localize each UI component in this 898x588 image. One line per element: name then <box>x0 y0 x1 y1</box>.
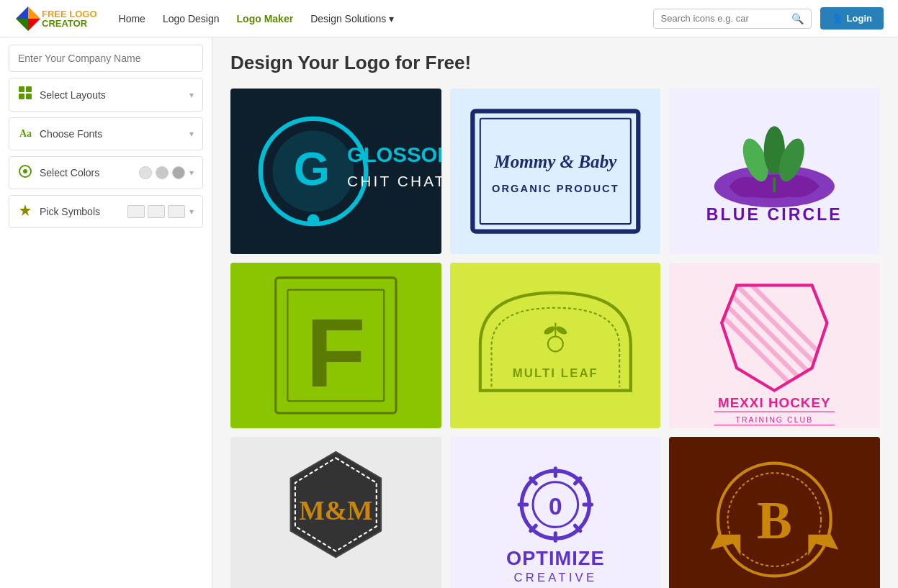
svg-point-31 <box>542 325 556 336</box>
nav-logo-design[interactable]: Logo Design <box>163 13 220 24</box>
logo-svg-1: G GLOSSOM CHIT CHAT <box>230 89 441 254</box>
main-content: Design Your Logo for Free! G GLOSSOM CHI… <box>212 37 898 588</box>
sidebar-item-fonts[interactable]: Aa Choose Fonts ▾ <box>9 117 203 150</box>
symbol-previews <box>127 205 185 218</box>
colors-icon <box>18 164 32 181</box>
search-icon: 🔍 <box>791 13 804 24</box>
sym-preview-2 <box>148 205 165 218</box>
logo-svg-5: MULTI LEAF <box>450 263 661 428</box>
chevron-down-icon: ▾ <box>389 13 394 24</box>
logo-card-7[interactable]: M&M <box>230 437 441 588</box>
logo-card-8[interactable]: 0 OPTIMIZE CREATIVE <box>450 437 661 588</box>
svg-rect-4 <box>19 94 24 99</box>
site-logo[interactable]: FREE LOGO CREATOR <box>14 5 97 32</box>
user-icon: 👤 <box>832 13 843 24</box>
sym-preview-1 <box>127 205 145 218</box>
svg-rect-24 <box>773 177 776 192</box>
layouts-label: Select Layouts <box>40 89 106 101</box>
nav-design-solutions[interactable]: Design Solutions ▾ <box>310 13 394 24</box>
layouts-icon <box>18 86 32 104</box>
sidebar: Select Layouts ▾ Aa Choose Fonts ▾ <box>0 37 212 588</box>
svg-text:CHIT CHAT: CHIT CHAT <box>347 173 441 189</box>
logo-svg-3: BLUE CIRCLE <box>669 89 880 254</box>
logo-grid: G GLOSSOM CHIT CHAT Mommy & Baby ORGANIC… <box>230 89 880 588</box>
logo-svg-7: M&M <box>230 437 441 588</box>
swatch-2 <box>156 166 169 179</box>
nav-logo-maker[interactable]: Logo Maker <box>237 13 294 24</box>
logo-svg-8: 0 OPTIMIZE CREATIVE <box>450 437 661 588</box>
logo-line2: CREATOR <box>42 19 97 28</box>
svg-text:CREATIVE: CREATIVE <box>513 571 597 584</box>
svg-text:G: G <box>294 143 330 195</box>
svg-text:Aa: Aa <box>19 128 32 139</box>
svg-text:BLUE CIRCLE: BLUE CIRCLE <box>706 205 843 224</box>
colors-label: Select Colors <box>40 167 99 178</box>
logo-svg-6: MEXXI HOCKEY TRAINING CLUB <box>669 263 880 428</box>
logo-svg-2: Mommy & Baby ORGANIC PRODUCT <box>450 89 661 254</box>
fonts-label: Choose Fonts <box>40 128 102 140</box>
swatch-1 <box>139 166 152 179</box>
svg-text:MULTI LEAF: MULTI LEAF <box>512 366 598 380</box>
search-box: 🔍 <box>653 9 812 29</box>
svg-rect-2 <box>19 86 24 92</box>
svg-text:OPTIMIZE: OPTIMIZE <box>506 547 605 569</box>
company-name-input[interactable] <box>9 45 203 72</box>
logo-card-5[interactable]: MULTI LEAF <box>450 263 661 428</box>
login-button[interactable]: 👤 Login <box>820 7 884 30</box>
svg-text:B: B <box>757 492 792 550</box>
svg-point-29 <box>548 336 563 351</box>
svg-point-8 <box>23 169 27 173</box>
svg-text:F: F <box>306 298 366 407</box>
sidebar-item-symbols[interactable]: Pick Symbols ▾ <box>9 195 203 228</box>
fonts-chevron: ▾ <box>189 129 194 139</box>
symbols-icon <box>18 203 32 220</box>
svg-point-32 <box>554 325 568 336</box>
svg-text:M&M: M&M <box>299 495 372 525</box>
logo-card-1[interactable]: G GLOSSOM CHIT CHAT <box>230 89 441 254</box>
layouts-chevron: ▾ <box>189 90 194 100</box>
sidebar-item-colors[interactable]: Select Colors ▾ <box>9 156 203 189</box>
svg-point-13 <box>307 214 320 227</box>
svg-text:MEXXI HOCKEY: MEXXI HOCKEY <box>718 395 831 410</box>
symbols-label: Pick Symbols <box>40 206 100 217</box>
svg-marker-9 <box>19 204 31 216</box>
logo-line1: FREE LOGO <box>42 9 97 19</box>
symbols-chevron: ▾ <box>189 207 194 217</box>
navbar: FREE LOGO CREATOR Home Logo Design Logo … <box>0 0 898 37</box>
color-swatches <box>139 166 185 179</box>
logo-card-6[interactable]: MEXXI HOCKEY TRAINING CLUB <box>669 263 880 428</box>
svg-rect-3 <box>26 86 32 92</box>
svg-rect-17 <box>480 119 630 224</box>
swatch-3 <box>172 166 185 179</box>
search-input[interactable] <box>661 13 791 24</box>
nav-links: Home Logo Design Logo Maker Design Solut… <box>119 13 395 24</box>
svg-text:GLOSSOM: GLOSSOM <box>347 143 441 166</box>
logo-card-9[interactable]: B <box>669 437 880 588</box>
nav-right: 🔍 👤 Login <box>653 7 884 30</box>
svg-rect-16 <box>472 111 638 231</box>
logo-card-3[interactable]: BLUE CIRCLE <box>669 89 880 254</box>
logo-svg-9: B <box>669 437 880 588</box>
svg-text:0: 0 <box>549 493 562 520</box>
app-body: Select Layouts ▾ Aa Choose Fonts ▾ <box>0 37 898 588</box>
sidebar-item-layouts[interactable]: Select Layouts ▾ <box>9 78 203 112</box>
logo-card-2[interactable]: Mommy & Baby ORGANIC PRODUCT <box>450 89 661 254</box>
page-title: Design Your Logo for Free! <box>230 52 880 74</box>
sym-preview-3 <box>168 205 185 218</box>
colors-chevron: ▾ <box>189 168 194 178</box>
logo-icon <box>14 5 42 32</box>
svg-rect-5 <box>26 94 32 99</box>
svg-text:ORGANIC PRODUCT: ORGANIC PRODUCT <box>492 183 619 194</box>
nav-home[interactable]: Home <box>119 13 145 24</box>
svg-text:TRAINING CLUB: TRAINING CLUB <box>736 416 814 424</box>
logo-svg-4: F <box>230 263 441 428</box>
svg-text:Mommy & Baby: Mommy & Baby <box>493 152 617 171</box>
fonts-icon: Aa <box>18 125 32 143</box>
logo-card-4[interactable]: F <box>230 263 441 428</box>
